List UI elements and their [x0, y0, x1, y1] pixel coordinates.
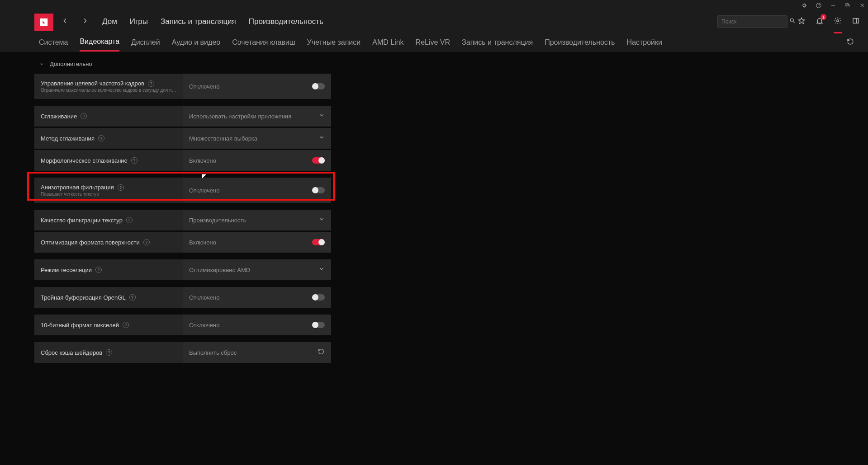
top-nav: Дом Игры Запись и трансляция Производите…: [102, 17, 323, 26]
settings-icon[interactable]: [834, 17, 842, 27]
row-frtc: Управление целевой частотой кадров? Огра…: [34, 74, 331, 99]
star-icon[interactable]: [797, 17, 806, 27]
tenbit-value: Отключено: [189, 322, 219, 329]
minimize-icon[interactable]: [830, 2, 836, 9]
help-icon[interactable]: [816, 2, 822, 9]
section-advanced[interactable]: Дополнительно: [34, 52, 331, 74]
tess-label: Режим тесселяции: [41, 267, 92, 273]
section-label: Дополнительно: [50, 61, 92, 67]
row-triple: Тройная буферизация OpenGL? Отключено: [34, 287, 331, 308]
amd-logo[interactable]: [34, 14, 53, 31]
chevron-down-icon[interactable]: [318, 134, 325, 142]
morph-label: Морфологическое сглаживание: [41, 157, 128, 164]
reset-icon[interactable]: [846, 33, 854, 52]
row-aa: Сглаживание? Использовать настройки прил…: [34, 106, 331, 127]
help-icon[interactable]: ?: [95, 267, 102, 273]
bell-icon[interactable]: 1: [816, 17, 824, 27]
aniso-label: Анизотропная фильтрация: [41, 184, 114, 191]
frtc-value: Отключено: [189, 83, 219, 90]
texq-value: Производительность: [189, 217, 246, 224]
tab-accounts[interactable]: Учетные записи: [307, 34, 361, 51]
bug-icon[interactable]: [801, 2, 807, 9]
aamethod-label: Метод сглаживания: [41, 135, 95, 142]
search-box[interactable]: [717, 15, 787, 28]
triple-toggle[interactable]: [312, 294, 325, 301]
svg-point-4: [790, 19, 793, 22]
tab-display[interactable]: Дисплей: [131, 34, 160, 51]
aa-label: Сглаживание: [41, 113, 77, 120]
aniso-desc: Повышает четкость текстур: [41, 192, 176, 197]
app-header: Дом Игры Запись и трансляция Производите…: [0, 11, 868, 33]
tab-perf[interactable]: Производительность: [545, 34, 615, 51]
search-input[interactable]: [721, 19, 789, 25]
back-button[interactable]: [62, 17, 69, 26]
row-surf: Оптимизация формата поверхности? Включен…: [34, 232, 331, 253]
help-icon[interactable]: ?: [118, 184, 124, 191]
help-icon[interactable]: ?: [123, 322, 129, 328]
help-icon[interactable]: ?: [81, 113, 87, 119]
panel-icon[interactable]: [852, 17, 860, 27]
tab-hotkeys[interactable]: Сочетания клавиш: [232, 34, 295, 51]
tab-settings[interactable]: Настройки: [626, 34, 662, 51]
svg-rect-6: [853, 19, 859, 23]
aa-value: Использовать настройки приложения: [189, 113, 291, 120]
chevron-down-icon[interactable]: [318, 216, 325, 224]
shader-value: Выполнить сброс: [189, 349, 237, 356]
row-tess: Режим тесселяции? Оптимизировано AMD: [34, 259, 331, 280]
help-icon[interactable]: ?: [131, 157, 138, 164]
help-icon[interactable]: ?: [143, 239, 150, 245]
nav-home[interactable]: Дом: [102, 17, 117, 26]
row-aniso: Анизотропная фильтрация? Повышает четкос…: [34, 178, 331, 203]
svg-point-1: [816, 3, 821, 8]
forward-button[interactable]: [81, 17, 89, 26]
tenbit-label: 10-битный формат пикселей: [41, 322, 119, 329]
help-icon[interactable]: ?: [126, 217, 133, 223]
nav-performance[interactable]: Производительность: [249, 17, 323, 26]
tab-link[interactable]: AMD Link: [372, 34, 403, 51]
window-titlebar: [0, 0, 868, 11]
aniso-toggle[interactable]: [312, 187, 325, 193]
search-icon[interactable]: [789, 18, 796, 26]
help-icon[interactable]: ?: [106, 349, 112, 356]
texq-label: Качество фильтрации текстур: [41, 217, 123, 224]
tenbit-toggle[interactable]: [312, 322, 325, 328]
frtc-desc: Ограничьте максимальное количество кадро…: [41, 88, 176, 93]
svg-point-5: [837, 20, 839, 22]
shader-label: Сброс кэша шейдеров: [41, 349, 102, 356]
help-icon[interactable]: ?: [98, 135, 104, 141]
chevron-down-icon[interactable]: [318, 112, 325, 120]
frtc-toggle[interactable]: [312, 83, 325, 89]
triple-label: Тройная буферизация OpenGL: [41, 294, 126, 301]
reset-shader-icon[interactable]: [318, 348, 325, 357]
row-aamethod: Метод сглаживания? Множественная выборка: [34, 128, 331, 149]
tab-record[interactable]: Запись и трансляция: [462, 34, 533, 51]
nav-record[interactable]: Запись и трансляция: [161, 17, 236, 26]
settings-panel: Дополнительно Управление целевой частото…: [0, 52, 331, 363]
settings-tabs: Система Видеокарта Дисплей Аудио и видео…: [0, 33, 868, 52]
morph-value: Включено: [189, 157, 216, 164]
aniso-value: Отключено: [189, 187, 219, 194]
surf-toggle[interactable]: [312, 239, 325, 245]
morph-toggle[interactable]: [312, 157, 325, 164]
nav-games[interactable]: Игры: [130, 17, 148, 26]
notification-badge: 1: [821, 14, 826, 20]
surf-label: Оптимизация формата поверхности: [41, 239, 140, 246]
tab-gpu[interactable]: Видеокарта: [80, 33, 119, 52]
frtc-label: Управление целевой частотой кадров: [41, 80, 144, 87]
row-morph: Морфологическое сглаживание? Включено: [34, 150, 331, 171]
tab-av[interactable]: Аудио и видео: [172, 34, 221, 51]
chevron-down-icon[interactable]: [318, 266, 325, 274]
aamethod-value: Множественная выборка: [189, 135, 257, 142]
surf-value: Включено: [189, 239, 216, 246]
tab-relive[interactable]: ReLive VR: [416, 34, 450, 51]
tess-value: Оптимизировано AMD: [189, 267, 250, 273]
nav-arrows: [62, 17, 89, 26]
triple-value: Отключено: [189, 294, 219, 301]
help-icon[interactable]: ?: [148, 80, 154, 87]
row-shader: Сброс кэша шейдеров? Выполнить сброс: [34, 342, 331, 363]
row-tenbit: 10-битный формат пикселей? Отключено: [34, 315, 331, 335]
maximize-icon[interactable]: [844, 2, 851, 9]
tab-system[interactable]: Система: [39, 34, 68, 51]
help-icon[interactable]: ?: [129, 294, 136, 301]
close-icon[interactable]: [859, 2, 865, 9]
